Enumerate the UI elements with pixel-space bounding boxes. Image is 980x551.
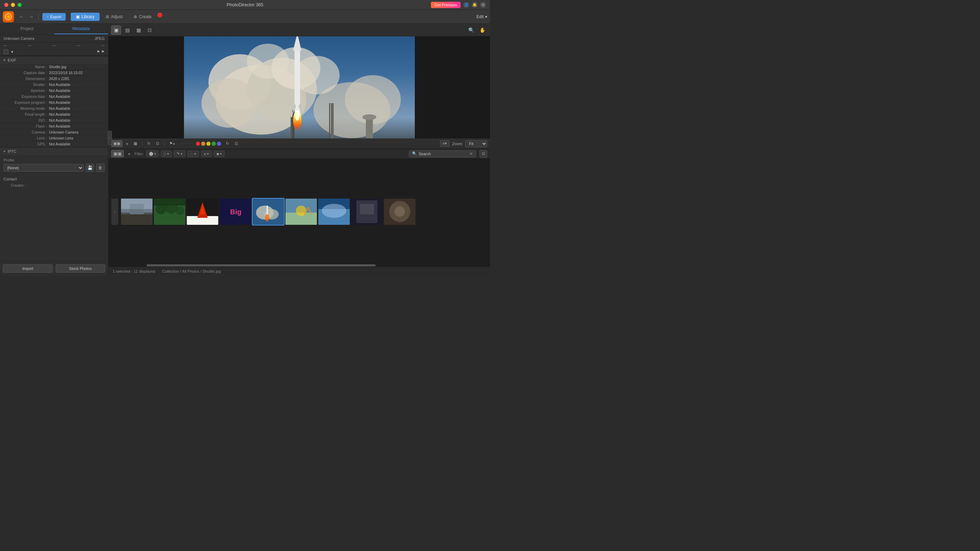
svg-point-10	[247, 44, 289, 79]
tab-metadata[interactable]: Metadata	[54, 24, 108, 34]
color-label-orange[interactable]	[201, 141, 205, 146]
thumbnail-1[interactable]	[121, 198, 153, 225]
notifications-icon[interactable]: 🔔	[472, 2, 477, 8]
tab-project[interactable]: Project	[0, 24, 54, 34]
meta-checkbox[interactable]	[3, 49, 8, 54]
tab-adjust[interactable]: ⊞ Adjust	[100, 13, 128, 21]
overlay-button[interactable]: ⊡	[232, 140, 240, 147]
iptc-save-button[interactable]: 💾	[86, 164, 94, 172]
titlebar-right: Get Premium 👤 🔔 ⚙	[431, 2, 486, 8]
strip-view-grid[interactable]: ▦	[132, 140, 139, 147]
exif-row-name: Name : Shuttle.jpg	[0, 64, 108, 70]
zoom-select[interactable]: Fit 25% 50% 100%	[465, 140, 487, 147]
stock-photos-button[interactable]: Stock Photos	[56, 264, 106, 273]
iptc-profile-select[interactable]: [None]	[3, 164, 84, 171]
thumbnail-2[interactable]	[154, 198, 185, 225]
search-view-button[interactable]: 🔍	[466, 25, 476, 35]
exif-section-header[interactable]: ▼ EXIF	[0, 56, 108, 64]
sort-button[interactable]: ≡▾	[440, 140, 449, 147]
search-clear-button[interactable]: ✕	[469, 151, 473, 156]
undo-button[interactable]: ←	[18, 13, 25, 20]
strip-view-filmstrip[interactable]: ▣▣	[111, 140, 123, 147]
edit-label: Edit	[476, 14, 484, 19]
panel-collapse-button[interactable]: ‹	[108, 131, 112, 145]
thumbnail-8[interactable]	[351, 198, 383, 225]
iptc-delete-button[interactable]: 🗑	[96, 164, 105, 172]
settings-icon[interactable]: ⚙	[480, 2, 486, 8]
thumbnail-9[interactable]	[384, 198, 415, 225]
thumbnail-4[interactable]: Big	[220, 198, 251, 225]
minimize-button[interactable]	[11, 3, 15, 7]
filter-lines-arrow: ▾	[207, 152, 209, 156]
thumbnail-7[interactable]	[318, 198, 350, 225]
svg-text:Big: Big	[230, 208, 241, 216]
exif-label-camera: Camera :	[3, 130, 49, 134]
strip-view-list[interactable]: ≡	[124, 141, 130, 147]
filter-all-button[interactable]: ⬤ ▾	[146, 150, 159, 157]
exif-value-shutter: Not Available	[49, 83, 105, 87]
svg-point-44	[265, 214, 269, 221]
search-expand-button[interactable]: ⊡	[479, 150, 487, 158]
collection-path: Collection / All Photos / Shuttle.jpg	[162, 269, 221, 273]
thumbnail-3[interactable]	[187, 198, 218, 225]
library-icon: ▣	[76, 14, 80, 19]
meta-panel: ▼ EXIF Name : Shuttle.jpg Capture date :…	[0, 56, 108, 261]
hand-tool-button[interactable]: ✋	[477, 25, 487, 35]
strip-toolbar: ▣▣ ≡ ▦ ↻ ⊡ ⚑⬥ · · · · · · · ·	[108, 138, 490, 149]
color-label-blue[interactable]	[217, 141, 221, 146]
file-format: JPEG	[94, 37, 105, 41]
thumbnail-5[interactable]	[253, 198, 284, 225]
view-filmstrip-btn[interactable]: ▣▣	[111, 150, 124, 157]
view-grid-button[interactable]: ▦	[134, 25, 143, 35]
view-list-btn[interactable]: ≡	[126, 151, 132, 157]
filter-shape-button[interactable]: □ ▾	[161, 151, 172, 157]
exif-row-shutter: Shutter : Not Available	[0, 82, 108, 88]
meta-controls: ▾ · · · · · ⚑ ⚑	[0, 48, 108, 56]
meta-dots: · · · · ·	[16, 50, 31, 54]
user-icon[interactable]: 👤	[463, 2, 469, 8]
strip-collapse-left[interactable]: ‹	[111, 198, 118, 225]
thumbnail-6[interactable]	[285, 198, 317, 225]
maximize-button[interactable]	[18, 3, 22, 7]
color-label-red[interactable]	[196, 141, 200, 146]
filter-color-button[interactable]: ■ ▾	[214, 151, 224, 157]
filter-lines-button[interactable]: ≡ ▾	[201, 151, 212, 157]
color-label-green[interactable]	[212, 141, 216, 146]
redo-button[interactable]: →	[27, 13, 35, 20]
horizontal-scrollbar[interactable]	[108, 264, 490, 267]
edit-dropdown[interactable]: Edit ▾	[476, 14, 487, 19]
get-premium-button[interactable]: Get Premium	[431, 2, 461, 8]
dot2: ·	[182, 141, 183, 145]
tab-create[interactable]: ⊕ Create	[128, 13, 157, 21]
rotate-button[interactable]: ↻	[145, 140, 153, 147]
view-single-button[interactable]: ▣	[111, 25, 121, 35]
flag-button[interactable]: ⚑⬥	[167, 140, 177, 147]
refresh-button[interactable]: ↻	[224, 140, 231, 147]
exif-value-focal: Not Available	[49, 112, 105, 116]
svg-rect-13	[294, 47, 300, 114]
view-fullscreen-button[interactable]: ⊡	[145, 25, 154, 35]
view-compare-button[interactable]: ▤	[123, 25, 132, 35]
export-button[interactable]: ↑ Export	[42, 13, 66, 21]
filter-more-button[interactable]: ··· ▾	[188, 151, 199, 157]
svg-rect-20	[329, 103, 330, 138]
color-label-yellow[interactable]	[206, 141, 210, 146]
photo-area	[108, 37, 490, 138]
exif-row-gps: GPS : Not Available	[0, 141, 108, 147]
app-logo[interactable]	[3, 11, 14, 22]
tab-library[interactable]: ▣ Library	[71, 13, 100, 21]
scrollbar-thumb[interactable]	[146, 264, 375, 267]
close-button[interactable]	[4, 3, 8, 7]
search-input[interactable]	[418, 152, 468, 156]
thumb-img-9	[384, 198, 415, 225]
svg-point-47	[296, 206, 306, 216]
export-icon: ↑	[47, 15, 49, 19]
import-button[interactable]: Import	[3, 264, 53, 273]
search-box: 🔍 ✕	[409, 150, 476, 157]
filter-edit-button[interactable]: ✎ ▾	[174, 150, 185, 157]
exif-value-camera: Unknown Camera	[49, 130, 105, 134]
svg-point-22	[362, 114, 376, 120]
iptc-section-header[interactable]: ▼ IPTC	[0, 147, 108, 155]
crop-button[interactable]: ⊡	[154, 140, 161, 147]
filter-all-arrow: ▾	[154, 152, 156, 156]
